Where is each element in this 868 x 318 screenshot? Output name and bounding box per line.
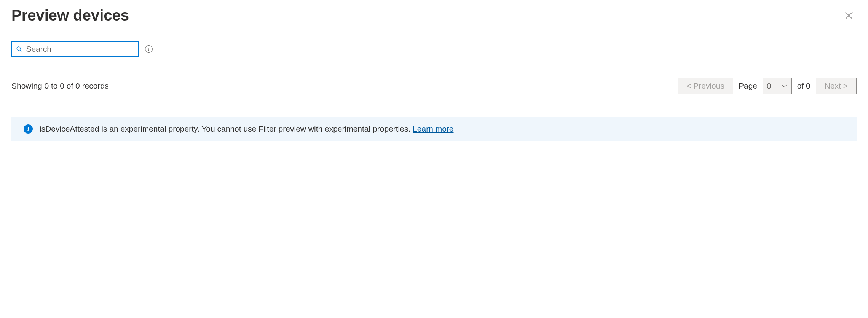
search-input[interactable] xyxy=(26,45,134,54)
previous-button[interactable]: < Previous xyxy=(678,78,733,94)
svg-point-2 xyxy=(17,47,21,51)
records-row: Showing 0 to 0 of 0 records < Previous P… xyxy=(11,78,857,94)
info-banner: i isDeviceAttested is an experimental pr… xyxy=(11,117,857,141)
close-icon xyxy=(844,11,854,20)
chevron-down-icon xyxy=(781,84,788,88)
page-title: Preview devices xyxy=(11,7,129,24)
panel-header: Preview devices xyxy=(11,7,857,24)
info-banner-icon: i xyxy=(24,124,33,134)
page-label: Page xyxy=(739,81,757,91)
close-button[interactable] xyxy=(841,8,857,23)
learn-more-link[interactable]: Learn more xyxy=(413,124,453,133)
pagination: < Previous Page 0 of 0 Next > xyxy=(678,78,857,94)
divider xyxy=(11,153,31,153)
search-row: i xyxy=(11,41,857,57)
records-count-text: Showing 0 to 0 of 0 records xyxy=(11,81,109,91)
search-box[interactable] xyxy=(11,41,139,57)
page-select-value: 0 xyxy=(767,81,771,91)
search-icon xyxy=(16,46,22,52)
divider xyxy=(11,174,31,174)
info-icon[interactable]: i xyxy=(145,45,153,53)
next-button[interactable]: Next > xyxy=(816,78,857,94)
svg-line-3 xyxy=(20,50,21,51)
banner-message: isDeviceAttested is an experimental prop… xyxy=(40,124,413,133)
banner-text: isDeviceAttested is an experimental prop… xyxy=(40,124,454,134)
page-select[interactable]: 0 xyxy=(763,78,792,94)
of-label: of 0 xyxy=(797,81,811,91)
